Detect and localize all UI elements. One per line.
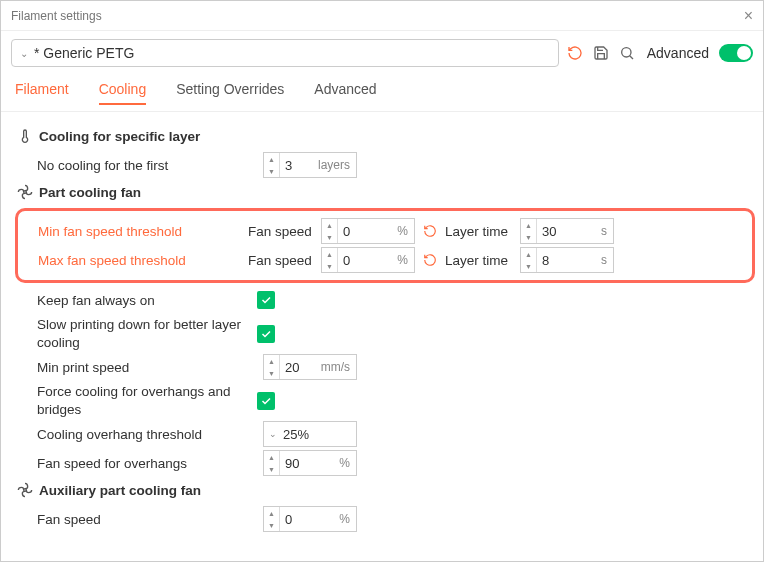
chevron-down-icon[interactable]: ▼ [264, 367, 279, 379]
save-icon[interactable] [591, 43, 611, 63]
tab-setting-overrides[interactable]: Setting Overrides [176, 75, 284, 105]
highlight-box: Min fan speed threshold Fan speed ▲▼ 0 %… [15, 208, 755, 283]
aux-fan-speed-input[interactable]: ▲▼ 0 % [263, 506, 357, 532]
tabs: Filament Cooling Setting Overrides Advan… [1, 75, 763, 112]
search-icon[interactable] [617, 43, 637, 63]
force-cooling-checkbox[interactable] [257, 392, 275, 410]
overhang-fan-label: Fan speed for overhangs [37, 456, 247, 471]
keep-fan-on-label: Keep fan always on [37, 293, 247, 308]
toolbar: ⌄ * Generic PETG Advanced [1, 31, 763, 75]
max-layer-time-input[interactable]: ▲▼ 8 s [520, 247, 614, 273]
chevron-down-icon[interactable]: ▼ [521, 231, 536, 243]
reset-icon[interactable] [421, 224, 439, 238]
close-icon[interactable]: × [744, 7, 753, 25]
overhang-threshold-label: Cooling overhang threshold [37, 427, 247, 442]
chevron-down-icon: ⌄ [20, 48, 28, 59]
tab-advanced[interactable]: Advanced [314, 75, 376, 105]
window-title: Filament settings [11, 9, 102, 23]
section-aux-fan: Auxiliary part cooling fan [17, 482, 747, 498]
chevron-up-icon[interactable]: ▲ [521, 248, 536, 260]
max-fan-threshold-label: Max fan speed threshold [38, 253, 248, 268]
chevron-up-icon[interactable]: ▲ [322, 219, 337, 231]
filament-settings-window: Filament settings × ⌄ * Generic PETG Adv… [0, 0, 764, 562]
tab-filament[interactable]: Filament [15, 75, 69, 105]
fan-speed-sublabel: Fan speed [248, 224, 321, 239]
aux-fan-speed-label: Fan speed [37, 512, 247, 527]
max-fan-speed-input[interactable]: ▲▼ 0 % [321, 247, 415, 273]
chevron-up-icon[interactable]: ▲ [521, 219, 536, 231]
chevron-down-icon[interactable]: ▼ [264, 519, 279, 531]
layer-time-sublabel: Layer time [445, 253, 520, 268]
fan-speed-sublabel: Fan speed [248, 253, 321, 268]
preset-dropdown[interactable]: ⌄ * Generic PETG [11, 39, 559, 67]
tab-cooling[interactable]: Cooling [99, 75, 146, 105]
fan-icon [17, 184, 33, 200]
content-area: Cooling for specific layer No cooling fo… [1, 112, 763, 561]
chevron-up-icon[interactable]: ▲ [322, 248, 337, 260]
reset-icon[interactable] [421, 253, 439, 267]
overhang-threshold-select[interactable]: ⌄ 25% [263, 421, 357, 447]
section-part-cooling-fan: Part cooling fan [17, 184, 747, 200]
no-cooling-label: No cooling for the first [37, 158, 247, 173]
min-layer-time-input[interactable]: ▲▼ 30 s [520, 218, 614, 244]
layer-time-sublabel: Layer time [445, 224, 520, 239]
chevron-down-icon[interactable]: ▼ [322, 260, 337, 272]
min-fan-threshold-label: Min fan speed threshold [38, 224, 248, 239]
section-cooling-specific: Cooling for specific layer [17, 128, 747, 144]
chevron-down-icon[interactable]: ▼ [264, 463, 279, 475]
chevron-down-icon[interactable]: ▼ [521, 260, 536, 272]
svg-point-0 [621, 48, 630, 57]
force-cooling-label: Force cooling for overhangs and bridges [37, 383, 247, 418]
chevron-up-icon[interactable]: ▲ [264, 153, 279, 165]
min-print-speed-label: Min print speed [37, 360, 247, 375]
preset-name: * Generic PETG [34, 45, 134, 61]
overhang-fan-input[interactable]: ▲▼ 90 % [263, 450, 357, 476]
chevron-down-icon[interactable]: ▼ [264, 165, 279, 177]
fan-icon [17, 482, 33, 498]
advanced-label: Advanced [647, 45, 709, 61]
slow-printing-checkbox[interactable] [257, 325, 275, 343]
thermometer-icon [17, 128, 33, 144]
advanced-toggle[interactable] [719, 44, 753, 62]
chevron-down-icon[interactable]: ▼ [322, 231, 337, 243]
slow-printing-label: Slow printing down for better layer cool… [37, 316, 247, 351]
chevron-up-icon[interactable]: ▲ [264, 507, 279, 519]
min-print-speed-input[interactable]: ▲▼ 20 mm/s [263, 354, 357, 380]
chevron-up-icon[interactable]: ▲ [264, 451, 279, 463]
titlebar: Filament settings × [1, 1, 763, 31]
chevron-up-icon[interactable]: ▲ [264, 355, 279, 367]
chevron-down-icon: ⌄ [264, 429, 282, 439]
keep-fan-on-checkbox[interactable] [257, 291, 275, 309]
reset-icon[interactable] [565, 43, 585, 63]
min-fan-speed-input[interactable]: ▲▼ 0 % [321, 218, 415, 244]
no-cooling-input[interactable]: ▲▼ 3 layers [263, 152, 357, 178]
